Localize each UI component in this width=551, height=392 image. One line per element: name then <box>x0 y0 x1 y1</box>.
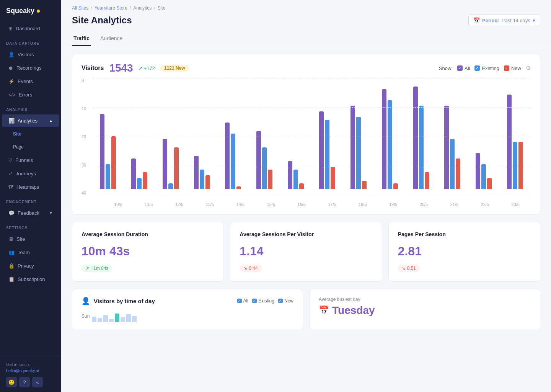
show-existing-toggle[interactable]: ✓ Existing <box>474 65 499 71</box>
chevron-up-icon: ▲ <box>49 119 53 123</box>
sidebar-item-privacy[interactable]: 🔒 Privacy <box>2 260 59 272</box>
logo-text: Squeaky <box>6 7 34 15</box>
x-label: 19/5 <box>378 201 409 207</box>
bar-red <box>331 167 335 189</box>
sidebar-item-feedback[interactable]: 💬 Feedback ▼ <box>2 207 59 219</box>
tab-traffic[interactable]: Traffic <box>72 32 91 46</box>
site-settings-icon: 🖥 <box>8 236 13 242</box>
sidebar-item-recordings[interactable]: ⏺ Recordings <box>2 62 59 74</box>
stat-card-sessions-per-visitor: Average Sessions Per Visitor 1.14 ↘ 0.44 <box>230 222 382 282</box>
smiley-button[interactable]: 🙂 <box>6 377 17 387</box>
visitors-delta: ↗ +172 <box>139 65 155 71</box>
sidebar-item-analytics[interactable]: 📊 Analytics ▲ <box>2 114 59 127</box>
bar-group <box>468 153 499 189</box>
breadcrumb-all-sites[interactable]: All Sites <box>72 5 88 11</box>
section-label-engagement: ENGAGEMENT <box>0 194 61 206</box>
sidebar-item-subscription[interactable]: 📋 Subscription <box>2 273 59 286</box>
analytics-icon: 📊 <box>8 118 15 124</box>
sidebar-subitem-page[interactable]: Page <box>2 141 59 153</box>
breadcrumb-sep-1: / <box>91 5 92 11</box>
main-content: All Sites / Yearniture Store / Analytics… <box>61 0 551 392</box>
tab-audience[interactable]: Audience <box>99 32 124 46</box>
privacy-icon: 🔒 <box>8 263 15 269</box>
x-label: 12/5 <box>164 201 195 207</box>
stat-delta-down: ↘ 0.44 <box>240 265 261 272</box>
bar-blue <box>293 170 298 189</box>
visitors-count: 1543 <box>109 62 133 74</box>
collapse-sidebar-button[interactable]: « <box>32 377 43 387</box>
arrow-up-icon: ↗ <box>139 65 143 71</box>
sidebar-item-visitors[interactable]: 👤 Visitors <box>2 48 59 61</box>
sidebar-item-dashboard[interactable]: ⊞ Dashboard <box>2 22 59 35</box>
visitors-chart-header: Visitors 1543 ↗ +172 1121 New Show: ✓ Al… <box>82 62 531 74</box>
visitors-title: Visitors <box>82 65 104 72</box>
bar-blue <box>200 170 204 189</box>
show-all-sm[interactable]: ✓ All <box>237 298 248 304</box>
bar-purple <box>194 156 199 189</box>
bottom-cards-row: 👤 Visitors by time of day ✓ All ✓ Existi… <box>72 289 540 330</box>
x-label: 14/5 <box>225 201 256 207</box>
sidebar-item-funnels[interactable]: ▽ Funnels <box>2 154 59 167</box>
bar-blue <box>325 120 329 189</box>
bar-blue <box>106 164 110 189</box>
chart-x-labels: 10/511/512/513/514/515/516/517/518/519/5… <box>103 201 531 207</box>
sidebar-item-events[interactable]: ⚡ Events <box>2 75 59 88</box>
bar-purple <box>319 111 324 189</box>
mini-bar <box>132 316 137 322</box>
sidebar-item-errors[interactable]: </> Errors <box>2 88 59 101</box>
support-email[interactable]: hello@squeaky.ai <box>4 368 57 375</box>
visitors-new-badge: 1121 New <box>160 65 189 72</box>
show-all-toggle[interactable]: ✓ All <box>457 65 470 71</box>
visitors-by-time-card: 👤 Visitors by time of day ✓ All ✓ Existi… <box>72 289 303 330</box>
stat-cards-row: Average Session Duration 10m 43s ↗ +1m 0… <box>72 222 540 282</box>
breadcrumb-sep-3: / <box>154 5 155 11</box>
app-logo[interactable]: Squeaky <box>0 0 61 22</box>
journeys-icon: ⇌ <box>8 171 13 176</box>
bar-purple <box>288 161 292 189</box>
sidebar-item-journeys[interactable]: ⇌ Journeys <box>2 167 59 180</box>
help-button[interactable]: ? <box>19 377 30 387</box>
sidebar-item-team[interactable]: 👥 Team <box>2 246 59 259</box>
errors-icon: </> <box>8 92 16 98</box>
show-new-sm[interactable]: ✓ New <box>278 298 293 304</box>
show-new-toggle[interactable]: ✓ New <box>504 65 521 71</box>
sidebar-item-label: Funnels <box>15 157 33 163</box>
arrow-down-icon: ↘ <box>402 266 406 271</box>
sidebar-item-label: Journeys <box>16 171 36 176</box>
topbar: All Sites / Yearniture Store / Analytics… <box>61 0 551 46</box>
breadcrumb-site[interactable]: Yearniture Store <box>95 5 127 11</box>
get-in-touch-label: Get in touch: <box>4 361 57 368</box>
new-checkbox: ✓ <box>504 65 509 71</box>
bar-group <box>155 139 186 189</box>
mini-bar-teal <box>115 314 119 322</box>
bar-red <box>518 142 523 189</box>
mini-bar <box>98 318 102 322</box>
sidebar-subitem-site[interactable]: Site <box>2 128 59 140</box>
chart-settings-icon[interactable]: ⚙ <box>526 65 531 72</box>
bar-blue <box>388 100 392 189</box>
x-label: 20/5 <box>409 201 439 207</box>
chart-area: 10/511/512/513/514/515/516/517/518/519/5… <box>92 78 531 207</box>
show-controls: Show: ✓ All ✓ Existing ✓ New ⚙ <box>439 65 531 72</box>
chart-y-axis: 40 30 20 10 0 <box>82 78 90 195</box>
logo-dot <box>37 10 40 13</box>
bar-purple <box>100 114 104 189</box>
existing-checkbox: ✓ <box>474 65 480 71</box>
bar-purple <box>476 153 480 189</box>
period-selector[interactable]: 📅 Period: Past 14 days ▾ <box>468 15 540 26</box>
busiest-day-value: 📅 Tuesday <box>319 304 531 317</box>
bar-group <box>217 122 249 189</box>
sidebar-item-site-settings[interactable]: 🖥 Site <box>2 233 59 245</box>
x-label: 11/5 <box>134 201 164 207</box>
stat-card-pages-per-session: Pages Per Session 2.81 ↘ 0.51 <box>388 222 540 282</box>
x-label: 22/5 <box>469 201 500 207</box>
bar-purple <box>225 122 230 189</box>
sidebar-item-heatmaps[interactable]: 🗺 Heatmaps <box>2 181 59 193</box>
mini-bar <box>103 315 108 322</box>
show-label: Show: <box>439 65 453 71</box>
show-existing-sm[interactable]: ✓ Existing <box>252 298 274 304</box>
breadcrumb-current: Site <box>158 5 166 11</box>
bar-red <box>393 183 398 189</box>
bar-red <box>487 178 492 189</box>
bar-group <box>499 95 531 189</box>
